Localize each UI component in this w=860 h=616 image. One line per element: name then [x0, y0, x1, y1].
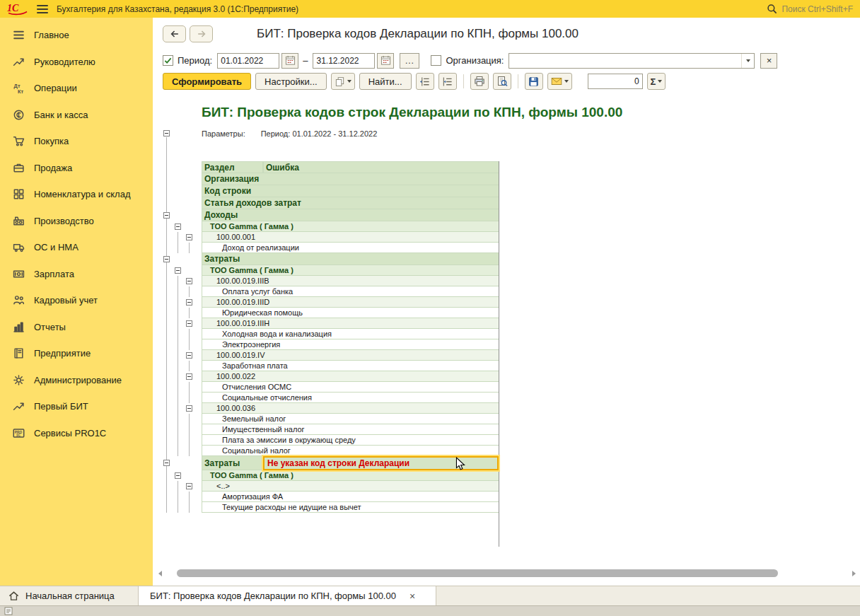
sidebar-item-servisy-pro1c[interactable]: PRO1ССервисы PRO1C	[0, 420, 153, 447]
back-button[interactable]	[163, 25, 186, 42]
report-cell[interactable]: Доход от реализации	[202, 243, 499, 253]
tree-collapse-box[interactable]	[163, 212, 170, 219]
tree-collapse-box[interactable]	[186, 405, 192, 412]
date-to-input[interactable]	[313, 53, 375, 69]
report-cell[interactable]: ТОО Gamma ( Гамма )	[202, 470, 499, 481]
settings-button[interactable]: Настройки...	[255, 73, 327, 90]
mail-button[interactable]	[547, 73, 572, 90]
report-cell[interactable]: 100.00.019.IV	[202, 350, 499, 361]
horizontal-scrollbar[interactable]	[158, 569, 856, 578]
sidebar-item-pokupka[interactable]: Покупка	[0, 128, 153, 155]
report-collapse-box[interactable]	[163, 130, 170, 136]
report-cell[interactable]: Текущие расходы не идущие на вычет	[202, 502, 499, 513]
tree-collapse-box[interactable]	[186, 299, 192, 306]
report-cell[interactable]: Заработная плата	[202, 361, 499, 371]
tree-collapse-box[interactable]	[186, 373, 192, 380]
copy-icon	[335, 76, 345, 87]
period-checkbox[interactable]	[163, 55, 173, 66]
find-button[interactable]: Найти...	[359, 73, 412, 90]
organization-combobox[interactable]	[509, 53, 755, 69]
sidebar-item-administrirovanie[interactable]: Администрирование	[0, 367, 153, 394]
tree-collapse-box[interactable]	[186, 352, 192, 359]
report-cell[interactable]: ТОО Gamma ( Гамма )	[202, 221, 499, 232]
report-cell[interactable]: Затраты	[202, 253, 499, 265]
tree-collapse-box[interactable]	[186, 278, 192, 284]
report-cell[interactable]: Имущественный налог	[202, 424, 499, 435]
tree-collapse-box[interactable]	[186, 234, 192, 240]
sidebar-item-pervyj-bit[interactable]: Первый БИТ	[0, 393, 153, 420]
column-header-oshibka[interactable]: Ошибка	[263, 161, 499, 173]
expand-groups-button[interactable]	[438, 73, 457, 90]
report-cell[interactable]: Отчисления ОСМС	[202, 382, 499, 393]
counter-field[interactable]	[588, 74, 643, 89]
header-cell-kod-stroki[interactable]: Код строки	[202, 185, 499, 197]
sidebar-item-kadrovyj-uchet[interactable]: Кадровый учет	[0, 287, 153, 314]
sum-button[interactable]: Σ	[647, 73, 666, 90]
header-cell-organization[interactable]: Организация	[202, 173, 499, 185]
mail-icon	[551, 76, 562, 87]
print-button[interactable]	[470, 73, 489, 90]
collapse-groups-button[interactable]	[416, 73, 434, 90]
global-search[interactable]: Поиск Ctrl+Shift+F	[767, 4, 853, 14]
report-cell[interactable]: 100.00.019.IIIB	[202, 276, 499, 286]
report-cell[interactable]: 100.00.019.IIIH	[202, 318, 499, 329]
report-cell[interactable]: Затраты	[202, 456, 263, 470]
period-more-button[interactable]: ...	[400, 53, 419, 69]
report-cell[interactable]: 100.00.022	[202, 371, 499, 382]
report-cell[interactable]: Земельный налог	[202, 414, 499, 424]
tab-close-icon[interactable]: ×	[409, 591, 415, 602]
sidebar-item-rukovoditelyu[interactable]: Руководителю	[0, 49, 153, 76]
report-cell[interactable]: Электроэнергия	[202, 339, 499, 350]
report-cell[interactable]: 100.00.036	[202, 403, 499, 414]
main-menu-icon[interactable]	[37, 5, 48, 13]
dropdown-caret-icon	[564, 80, 569, 83]
scroll-right-arrow[interactable]	[852, 571, 856, 576]
tree-collapse-box[interactable]	[186, 320, 192, 327]
report-cell[interactable]: Доходы	[202, 209, 499, 221]
scroll-left-arrow[interactable]	[158, 571, 162, 576]
sidebar-item-predpriyatie[interactable]: Предприятие	[0, 340, 153, 367]
sidebar-item-prodazha[interactable]: Продажа	[0, 155, 153, 182]
header-cell-statya[interactable]: Статья доходов затрат	[202, 197, 499, 209]
sidebar-item-os-i-nma[interactable]: ОС и НМА	[0, 234, 153, 261]
report-cell[interactable]: Социальный налог	[202, 446, 499, 456]
sidebar-item-otchety[interactable]: Отчеты	[0, 314, 153, 341]
sidebar-item-nomenklatura-i-sklad[interactable]: Номенклатура и склад	[0, 181, 153, 208]
sidebar-item-bank-i-kassa[interactable]: Банк и касса	[0, 102, 153, 129]
report-cell[interactable]: Амортизация ФА	[202, 492, 499, 502]
column-header-razdel[interactable]: Раздел	[202, 161, 263, 173]
tab-report[interactable]: БИТ: Проверка кодов Декларации по КПН, ф…	[139, 586, 436, 605]
date-to-calendar-button[interactable]	[377, 53, 394, 69]
report-cell[interactable]: 100.00.001	[202, 232, 499, 243]
report-cell[interactable]: Социальные отчисления	[202, 393, 499, 403]
tree-collapse-box[interactable]	[163, 460, 170, 466]
report-cell[interactable]: <..>	[202, 481, 499, 492]
tree-collapse-box[interactable]	[186, 483, 192, 489]
copy-dropdown-button[interactable]	[331, 73, 355, 90]
date-from-calendar-button[interactable]	[281, 53, 298, 69]
sidebar-item-operacii[interactable]: ДтКтОперации	[0, 75, 153, 102]
save-button[interactable]	[525, 73, 543, 90]
forward-button[interactable]	[190, 25, 213, 42]
tree-collapse-box[interactable]	[175, 472, 181, 479]
sidebar-item-glavnoe[interactable]: Главное	[0, 22, 153, 49]
sidebar-item-zarplata[interactable]: Зарплата	[0, 261, 153, 288]
report-cell[interactable]: 100.00.019.IIID	[202, 297, 499, 308]
organization-checkbox[interactable]	[431, 55, 441, 66]
organization-dropdown-icon[interactable]	[741, 54, 754, 68]
tab-home[interactable]: Начальная страница	[0, 586, 139, 605]
generate-button[interactable]: Сформировать	[163, 73, 251, 90]
print-preview-button[interactable]	[493, 73, 511, 90]
tree-collapse-box[interactable]	[175, 223, 181, 230]
scrollbar-thumb[interactable]	[177, 569, 778, 577]
report-cell[interactable]: Юридическая помощь	[202, 308, 499, 318]
date-from-input[interactable]	[217, 53, 279, 69]
report-cell[interactable]: ТОО Gamma ( Гамма )	[202, 265, 499, 276]
tree-collapse-box[interactable]	[163, 256, 170, 262]
report-cell[interactable]: Холодная вода и канализация	[202, 329, 499, 339]
report-cell[interactable]: Оплата услуг банка	[202, 286, 499, 297]
tree-collapse-box[interactable]	[175, 267, 181, 274]
organization-clear-button[interactable]: ×	[760, 53, 777, 69]
sidebar-item-proizvodstvo[interactable]: Производство	[0, 208, 153, 235]
report-cell[interactable]: Плата за эмиссии в окружающ среду	[202, 435, 499, 446]
